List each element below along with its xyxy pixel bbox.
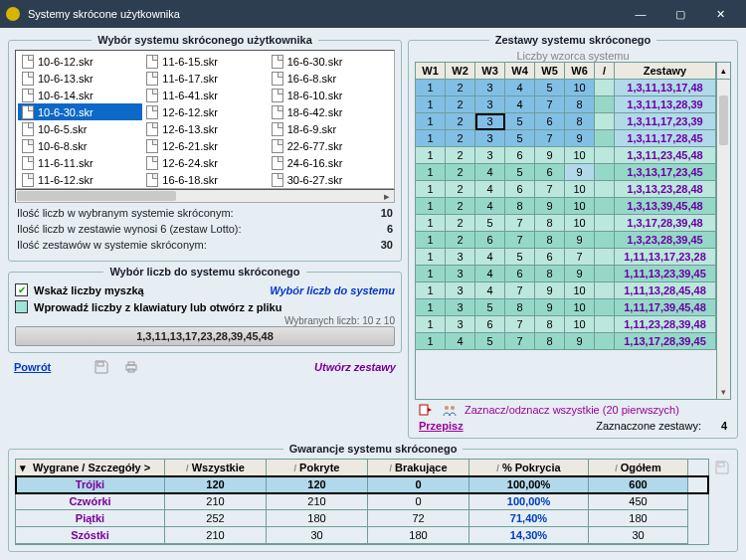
gw-header-cell[interactable]: / Ogółem [589, 460, 688, 476]
file-item[interactable]: 12-6-13.skr [142, 120, 267, 137]
chosen-numbers-bar: 1,3,11,13,17,23,28,39,45,48 [15, 326, 395, 346]
sets-cell: 10 [565, 147, 595, 164]
scroll-up-icon[interactable]: ▴ [716, 63, 730, 80]
file-item[interactable]: 11-6-17.skr [142, 70, 267, 87]
vscroll-thumb[interactable] [719, 95, 728, 145]
copy-icon[interactable] [417, 402, 435, 418]
close-button[interactable]: ✕ [700, 0, 740, 28]
scroll-right-icon[interactable]: ▸ [380, 190, 394, 202]
sets-combo-cell: 1,3,11,13,28,39 [615, 96, 716, 113]
gw-cell: 120 [165, 476, 267, 493]
sort-icon[interactable]: / [186, 464, 189, 473]
file-item[interactable]: 11-6-12.skr [18, 171, 142, 188]
sort-icon[interactable]: / [615, 464, 618, 473]
choose-numbers-link[interactable]: Wybór liczb do systemu [270, 284, 395, 296]
sets-grid[interactable]: W1W2W3W4W5W6/Zestawy ▴ 12345101,3,11,13,… [415, 62, 731, 400]
file-item[interactable]: 10-6-8.skr [18, 137, 142, 154]
gw-header-cell[interactable]: / Wszystkie [165, 460, 267, 476]
sets-row[interactable]: 12578101,3,17,28,39,48 [416, 215, 716, 232]
file-name: 16-6-30.skr [287, 56, 343, 68]
sets-row[interactable]: 12489101,3,13,39,45,48 [416, 198, 716, 215]
gw-header-cell[interactable]: / Brakujące [368, 460, 469, 476]
sets-header-cell[interactable]: W6 [565, 63, 595, 80]
back-link[interactable]: Powrót [14, 361, 51, 373]
file-item[interactable]: 10-6-13.skr [18, 70, 142, 87]
file-item[interactable]: 30-6-27.skr [268, 171, 392, 188]
sets-header-cell[interactable]: W5 [535, 63, 565, 80]
file-item[interactable]: 10-6-5.skr [18, 120, 142, 137]
sets-row[interactable]: 12467101,3,13,23,28,48 [416, 181, 716, 198]
users-icon[interactable] [441, 402, 459, 418]
sets-row[interactable]: 12345101,3,11,13,17,48 [416, 80, 716, 96]
create-sets-link[interactable]: Utwórz zestawy [314, 361, 396, 373]
mark-all-link[interactable]: Zaznacz/odznacz wszystkie (20 pierwszych… [465, 404, 679, 416]
maximize-button[interactable]: ▢ [660, 0, 700, 28]
sets-cell: 1 [416, 96, 446, 113]
file-item[interactable]: 10-6-30.skr [18, 103, 142, 120]
gw-header-cell[interactable]: / % Pokrycia [469, 460, 589, 476]
file-item[interactable]: 11-6-15.skr [142, 53, 267, 70]
print-icon[interactable] [122, 359, 140, 375]
sets-row[interactable]: 1267891,3,23,28,39,45 [416, 232, 716, 249]
sets-vscroll[interactable]: ▾ [716, 80, 730, 399]
file-item[interactable]: 18-6-10.skr [268, 87, 392, 103]
sets-header-cell[interactable]: W1 [416, 63, 446, 80]
file-checkbox[interactable] [15, 300, 28, 313]
sets-row[interactable]: 1346891,11,13,23,39,45 [416, 266, 716, 282]
file-item[interactable]: 18-6-42.skr [268, 103, 392, 120]
scroll-down-icon[interactable]: ▾ [717, 385, 730, 399]
file-icon [146, 89, 158, 102]
file-name: 10-6-13.skr [38, 73, 93, 85]
sets-row[interactable]: 13678101,11,23,28,39,48 [416, 316, 716, 333]
sort-icon[interactable]: / [294, 464, 297, 473]
gw-header-cell[interactable]: / Pokryte [267, 460, 368, 476]
gw-cell: 252 [165, 510, 267, 527]
file-item[interactable]: 16-6-18.skr [142, 171, 267, 188]
rewrite-link[interactable]: Przepisz [419, 420, 464, 432]
guarantees-table[interactable]: ▾ Wygrane / Szczegóły >/ Wszystkie/ Pokr… [15, 459, 709, 545]
sets-row[interactable]: 1345671,11,13,17,23,28 [416, 249, 716, 266]
file-icon [22, 89, 34, 102]
file-item[interactable]: 11-6-41.skr [142, 87, 267, 103]
file-item[interactable]: 10-6-14.skr [18, 87, 142, 103]
sets-header-cell[interactable]: W4 [505, 63, 535, 80]
save-guarantees-icon[interactable] [713, 459, 731, 476]
file-item[interactable]: 16-6-8.skr [268, 70, 392, 87]
file-item[interactable]: 12-6-21.skr [142, 137, 267, 154]
expand-icon[interactable]: ▾ [20, 460, 30, 475]
file-item[interactable]: 24-6-16.skr [268, 154, 392, 171]
file-name: 18-6-42.skr [287, 106, 343, 118]
scroll-thumb[interactable] [17, 191, 176, 201]
mouse-checkbox[interactable]: ✔ [15, 283, 28, 296]
gw-cell: 180 [589, 510, 688, 527]
minimize-button[interactable]: — [621, 0, 660, 28]
file-list-hscroll[interactable]: ◂ ▸ [15, 189, 395, 203]
gw-header-cell[interactable]: ▾ Wygrane / Szczegóły > [16, 460, 165, 476]
sets-cell: 2 [446, 80, 475, 96]
sets-header-cell[interactable]: W3 [475, 63, 505, 80]
sets-row[interactable]: 1245691,3,13,17,23,45 [416, 164, 716, 181]
file-list[interactable]: 10-6-12.skr11-6-15.skr16-6-30.skr10-6-13… [15, 50, 395, 189]
file-item[interactable]: 12-6-24.skr [142, 154, 267, 171]
save-icon[interactable] [93, 359, 110, 375]
file-item[interactable]: 11-6-11.skr [18, 154, 142, 171]
sets-row[interactable]: 1235681,3,11,17,23,39 [416, 113, 716, 130]
sets-header-cell[interactable]: W2 [446, 63, 475, 80]
file-item[interactable]: 16-6-30.skr [268, 53, 392, 70]
sets-row[interactable]: 1234781,3,11,13,28,39 [416, 96, 716, 113]
file-item[interactable]: 10-6-12.skr [18, 53, 142, 70]
gw-row-name: Piątki [16, 510, 165, 527]
sets-row[interactable]: 1235791,3,11,17,28,45 [416, 130, 716, 147]
file-item[interactable]: 18-6-9.skr [268, 120, 392, 137]
sort-icon[interactable]: / [496, 464, 499, 473]
sets-header-cell[interactable]: Zestawy [615, 63, 716, 80]
sets-row[interactable]: 13589101,11,17,39,45,48 [416, 299, 716, 316]
sets-header-cell[interactable]: / [595, 63, 615, 80]
sets-row[interactable]: 13479101,11,13,28,45,48 [416, 282, 716, 299]
sets-row[interactable]: 12369101,3,11,23,45,48 [416, 147, 716, 164]
file-item[interactable]: 12-6-12.skr [142, 103, 267, 120]
sets-row[interactable]: 1457891,13,17,28,39,45 [416, 333, 716, 350]
file-icon [22, 139, 34, 153]
sort-icon[interactable]: / [389, 464, 392, 473]
file-item[interactable]: 22-6-77.skr [268, 137, 392, 154]
